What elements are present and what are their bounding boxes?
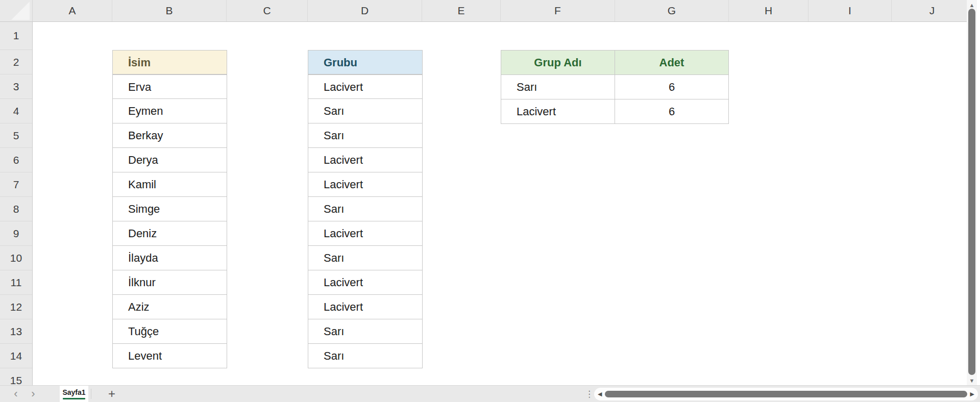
column-header-F[interactable]: F <box>501 0 615 21</box>
column-header-H[interactable]: H <box>729 0 808 21</box>
vertical-scrollbar[interactable]: ▲ ▼ <box>967 0 977 385</box>
summary-row: Sarı6 <box>501 75 729 99</box>
column-header-C[interactable]: C <box>227 0 308 21</box>
column-header-B[interactable]: B <box>112 0 227 21</box>
cell-name[interactable]: Derya <box>112 148 227 172</box>
column-header-I[interactable]: I <box>808 0 892 21</box>
scroll-left-icon[interactable]: ◀ <box>598 391 602 397</box>
column-header-row: ABCDEFGHIJ <box>0 0 973 22</box>
names-table: İsim ErvaEymenBerkayDeryaKamilSimgeDeniz… <box>112 50 227 368</box>
sheet-tab-sayfa1[interactable]: Sayfa1 <box>60 386 88 402</box>
select-all-triangle-icon <box>11 2 30 20</box>
sheet-tab-bar: ‹ › Sayfa1 + ⋮ ◀ ▶ <box>0 385 980 402</box>
cell-group[interactable]: Sarı <box>308 99 423 123</box>
summary-count-header-cell[interactable]: Adet <box>615 51 729 75</box>
row-header-3[interactable]: 3 <box>0 74 32 99</box>
cell-group[interactable]: Sarı <box>308 344 423 368</box>
row-header-4[interactable]: 4 <box>0 99 32 123</box>
cell-summary-group[interactable]: Sarı <box>501 75 615 99</box>
select-all-button[interactable] <box>0 0 33 21</box>
names-rows: ErvaEymenBerkayDeryaKamilSimgeDenizİlayd… <box>112 74 227 368</box>
summary-rows: Sarı6Lacivert6 <box>501 75 729 124</box>
cell-name[interactable]: Eymen <box>112 99 227 123</box>
row-header-1[interactable]: 1 <box>0 22 32 50</box>
scroll-right-icon[interactable]: ▶ <box>970 391 974 397</box>
summary-table: Grup Adı Adet Sarı6Lacivert6 <box>501 50 729 124</box>
sheet-tab-label: Sayfa1 <box>62 389 85 396</box>
row-header-13[interactable]: 13 <box>0 319 32 344</box>
row-header-2[interactable]: 2 <box>0 50 32 74</box>
row-header-column: 123456789101112131415 <box>0 22 33 385</box>
cell-group[interactable]: Lacivert <box>308 148 423 172</box>
cell-group[interactable]: Sarı <box>308 319 423 344</box>
summary-group-header-cell[interactable]: Grup Adı <box>501 51 615 75</box>
cell-name[interactable]: İlayda <box>112 246 227 270</box>
summary-header-row: Grup Adı Adet <box>501 51 729 75</box>
cell-group[interactable]: Sarı <box>308 246 423 270</box>
column-header-E[interactable]: E <box>422 0 501 21</box>
cell-group[interactable]: Lacivert <box>308 270 423 295</box>
cell-group[interactable]: Sarı <box>308 123 423 148</box>
column-header-A[interactable]: A <box>33 0 112 21</box>
row-header-10[interactable]: 10 <box>0 246 32 270</box>
row-header-6[interactable]: 6 <box>0 148 32 172</box>
cell-name[interactable]: Erva <box>112 74 227 99</box>
row-header-14[interactable]: 14 <box>0 344 32 368</box>
cell-group[interactable]: Lacivert <box>308 295 423 319</box>
cell-group[interactable]: Lacivert <box>308 172 423 197</box>
row-header-8[interactable]: 8 <box>0 197 32 221</box>
add-sheet-button[interactable]: + <box>104 386 119 402</box>
cell-name[interactable]: Simge <box>112 197 227 221</box>
cell-name[interactable]: Aziz <box>112 295 227 319</box>
row-header-5[interactable]: 5 <box>0 123 32 148</box>
row-header-12[interactable]: 12 <box>0 295 32 319</box>
groups-table: Grubu LacivertSarıSarıLacivertLacivertSa… <box>308 50 423 368</box>
active-tab-underline <box>63 398 85 399</box>
column-header-D[interactable]: D <box>308 0 422 21</box>
groups-rows: LacivertSarıSarıLacivertLacivertSarıLaci… <box>308 74 423 368</box>
spreadsheet-window: ABCDEFGHIJ 123456789101112131415 İsim Er… <box>0 0 980 402</box>
horizontal-scrollbar-thumb[interactable] <box>605 391 967 397</box>
names-header-cell[interactable]: İsim <box>112 50 227 74</box>
cell-summary-group[interactable]: Lacivert <box>501 99 615 124</box>
cell-summary-count[interactable]: 6 <box>615 99 729 124</box>
cell-name[interactable]: Deniz <box>112 221 227 246</box>
summary-row: Lacivert6 <box>501 99 729 124</box>
cell-name[interactable]: İlknur <box>112 270 227 295</box>
cell-group[interactable]: Lacivert <box>308 74 423 99</box>
previous-sheet-icon[interactable]: ‹ <box>9 386 22 402</box>
row-header-15[interactable]: 15 <box>0 368 32 385</box>
column-header-J[interactable]: J <box>892 0 973 21</box>
scroll-down-icon[interactable]: ▼ <box>967 377 977 384</box>
row-header-7[interactable]: 7 <box>0 172 32 197</box>
tab-divider <box>91 389 91 399</box>
column-header-G[interactable]: G <box>615 0 729 21</box>
cell-name[interactable]: Tuğçe <box>112 319 227 344</box>
vertical-scrollbar-thumb[interactable] <box>968 9 975 375</box>
cell-name[interactable]: Levent <box>112 344 227 368</box>
scrollbar-drag-handle-icon[interactable]: ⋮ <box>585 386 594 402</box>
row-header-11[interactable]: 11 <box>0 270 32 295</box>
groups-header-cell[interactable]: Grubu <box>308 50 423 74</box>
horizontal-scrollbar[interactable]: ◀ ▶ <box>594 388 978 400</box>
row-header-9[interactable]: 9 <box>0 221 32 246</box>
cell-group[interactable]: Sarı <box>308 197 423 221</box>
column-letters: ABCDEFGHIJ <box>33 0 973 21</box>
cell-group[interactable]: Lacivert <box>308 221 423 246</box>
cell-name[interactable]: Berkay <box>112 123 227 148</box>
cell-summary-count[interactable]: 6 <box>615 75 729 99</box>
next-sheet-icon[interactable]: › <box>27 386 40 402</box>
cell-name[interactable]: Kamil <box>112 172 227 197</box>
scroll-up-icon[interactable]: ▲ <box>967 2 977 9</box>
